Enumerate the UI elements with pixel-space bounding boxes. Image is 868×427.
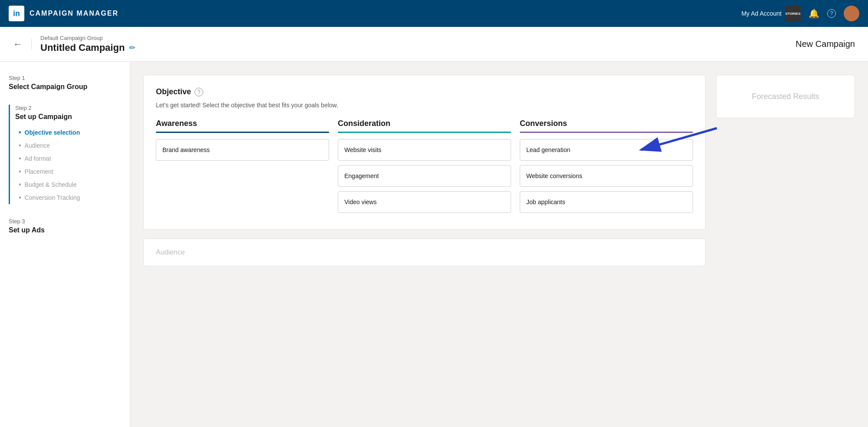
breadcrumb-left: ← Default Campaign Group Untitled Campai… bbox=[13, 35, 135, 53]
objective-header: Objective ? bbox=[156, 87, 693, 96]
awareness-underline bbox=[156, 132, 329, 133]
campaign-info: Default Campaign Group Untitled Campaign… bbox=[40, 35, 135, 53]
step3-title: Set up Ads bbox=[9, 226, 121, 234]
header-right: My Ad Account STORIES 🔔 ? bbox=[741, 6, 859, 21]
app-header: in CAMPAIGN MANAGER My Ad Account STORIE… bbox=[0, 0, 868, 27]
right-panel: Forecasted Results bbox=[716, 75, 855, 414]
step1-label: Step 1 bbox=[9, 75, 121, 81]
option-brand-awareness[interactable]: Brand awareness bbox=[156, 139, 329, 161]
option-lead-generation[interactable]: Lead generation bbox=[520, 139, 693, 161]
back-button[interactable]: ← bbox=[13, 39, 32, 50]
edit-campaign-icon[interactable]: ✏ bbox=[129, 43, 135, 53]
help-icon[interactable]: ? bbox=[827, 9, 836, 18]
objective-subtitle: Let's get started! Select the objective … bbox=[156, 102, 693, 109]
my-ad-account-label: My Ad Account bbox=[741, 10, 782, 17]
consideration-underline bbox=[338, 132, 511, 133]
sidebar-step-1: Step 1 Select Campaign Group bbox=[9, 75, 121, 91]
my-ad-account[interactable]: My Ad Account STORIES bbox=[741, 6, 801, 21]
category-consideration: Consideration Website visits Engagement … bbox=[338, 119, 511, 217]
option-website-conversions[interactable]: Website conversions bbox=[520, 165, 693, 187]
awareness-title: Awareness bbox=[156, 119, 329, 128]
sidebar-item-placement[interactable]: Placement bbox=[15, 165, 121, 178]
consideration-title: Consideration bbox=[338, 119, 511, 128]
user-avatar[interactable] bbox=[844, 6, 859, 21]
new-campaign-label: New Campaign bbox=[795, 39, 855, 49]
step1-title: Select Campaign Group bbox=[9, 83, 121, 91]
objective-card: Objective ? Let's get started! Select th… bbox=[143, 75, 706, 230]
objective-help-icon[interactable]: ? bbox=[195, 88, 203, 96]
sidebar-item-audience[interactable]: Audience bbox=[15, 139, 121, 152]
sidebar-items: Objective selection Audience Ad format P… bbox=[15, 126, 121, 204]
step3-label: Step 3 bbox=[9, 218, 121, 225]
sidebar: Step 1 Select Campaign Group Step 2 Set … bbox=[0, 62, 130, 427]
sidebar-step-3: Step 3 Set up Ads bbox=[9, 218, 121, 234]
option-website-visits[interactable]: Website visits bbox=[338, 139, 511, 161]
categories: Awareness Brand awareness Consideration … bbox=[156, 119, 693, 217]
linkedin-logo: in bbox=[9, 6, 24, 21]
objective-title: Objective bbox=[156, 87, 191, 96]
main-panel: Objective ? Let's get started! Select th… bbox=[143, 75, 706, 414]
audience-placeholder: Audience bbox=[156, 248, 185, 256]
category-awareness: Awareness Brand awareness bbox=[156, 119, 329, 217]
notifications-icon[interactable]: 🔔 bbox=[809, 8, 819, 19]
breadcrumb-bar: ← Default Campaign Group Untitled Campai… bbox=[0, 27, 868, 62]
content-area: Objective ? Let's get started! Select th… bbox=[130, 62, 868, 427]
forecasted-title: Forecasted Results bbox=[752, 92, 819, 101]
conversions-underline bbox=[520, 132, 693, 133]
main-layout: Step 1 Select Campaign Group Step 2 Set … bbox=[0, 62, 868, 427]
step2-label: Step 2 bbox=[15, 105, 121, 111]
option-engagement[interactable]: Engagement bbox=[338, 165, 511, 187]
conversions-title: Conversions bbox=[520, 119, 693, 128]
sidebar-step-2: Step 2 Set up Campaign Objective selecti… bbox=[9, 105, 121, 204]
option-job-applicants[interactable]: Job applicants bbox=[520, 191, 693, 213]
step2-title: Set up Campaign bbox=[15, 113, 121, 121]
sidebar-item-budget[interactable]: Budget & Schedule bbox=[15, 178, 121, 191]
header-left: in CAMPAIGN MANAGER bbox=[9, 6, 119, 21]
sidebar-item-conversion[interactable]: Conversion Tracking bbox=[15, 191, 121, 204]
campaign-name-row: Untitled Campaign ✏ bbox=[40, 42, 135, 53]
campaign-name: Untitled Campaign bbox=[40, 42, 125, 53]
forecasted-card: Forecasted Results bbox=[716, 75, 855, 118]
ad-account-thumbnail: STORIES bbox=[785, 6, 801, 21]
audience-card[interactable]: Audience bbox=[143, 238, 706, 266]
campaign-group-name: Default Campaign Group bbox=[40, 35, 135, 41]
category-conversions: Conversions Lead generation bbox=[520, 119, 693, 217]
sidebar-item-objective[interactable]: Objective selection bbox=[15, 126, 121, 139]
option-video-views[interactable]: Video views bbox=[338, 191, 511, 213]
sidebar-item-ad-format[interactable]: Ad format bbox=[15, 152, 121, 165]
app-title: CAMPAIGN MANAGER bbox=[30, 10, 119, 17]
